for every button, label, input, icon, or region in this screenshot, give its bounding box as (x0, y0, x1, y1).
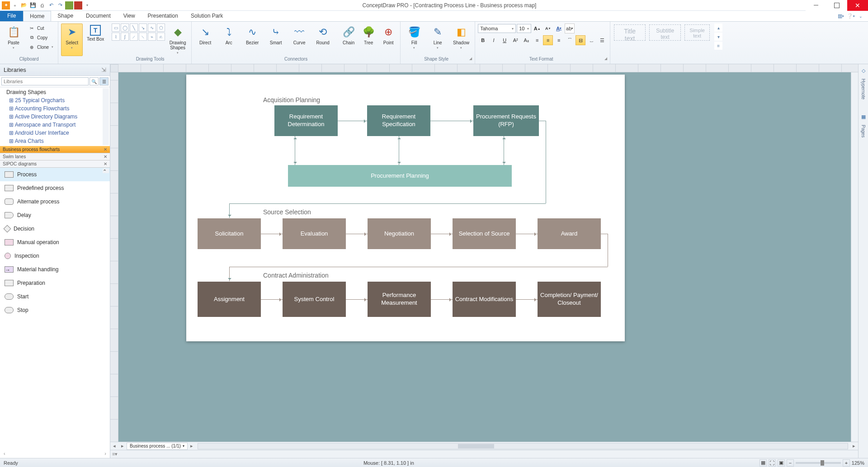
gallery-more-icon[interactable]: ≡ (714, 42, 722, 50)
scroll-right-icon[interactable]: › (104, 451, 106, 458)
shape-bezier-icon[interactable]: ∫ (121, 33, 129, 41)
lib-tab-swimlanes[interactable]: Swim lanes✕ (0, 153, 110, 160)
fontsize-combo[interactable]: 10▾ (517, 24, 531, 33)
valign-top-button[interactable]: ⎴ (565, 35, 575, 45)
node-completion[interactable]: Completion/ Payment/ Closeout (538, 282, 601, 317)
node-selection[interactable]: Selection of Source (453, 218, 516, 249)
node-assignment[interactable]: Assignment (198, 282, 261, 317)
collapse-ribbon-icon[interactable]: ⌄ (857, 13, 864, 20)
close-icon[interactable]: ✕ (104, 154, 107, 159)
list-item[interactable]: Process (0, 168, 110, 181)
valign-bottom-button[interactable]: ⎵ (586, 35, 596, 45)
ruler-horizontal[interactable] (118, 64, 858, 72)
gallery-up-icon[interactable]: ▴ (714, 24, 722, 32)
qat-print-icon[interactable]: ⎙ (38, 1, 46, 9)
superscript-button[interactable]: A² (510, 35, 520, 45)
library-tree[interactable]: Drawing Shapes ⊞ 25 Typical Orgcharts ⊞ … (0, 87, 110, 146)
shape-curve-icon[interactable]: ∿ (148, 24, 156, 32)
clone-button[interactable]: ⊕Clone▾ (26, 42, 55, 52)
shape-path3-icon[interactable]: ⌁ (148, 33, 156, 41)
tree-button[interactable]: 🌳Tree (359, 24, 377, 56)
node-requirement-specification[interactable]: Requirement Specification (367, 105, 430, 136)
connector-bezier-button[interactable]: ∿Bezier (241, 24, 263, 56)
shape-path2-icon[interactable]: ⟍ (139, 33, 147, 41)
align-center-button[interactable]: ≡ (543, 35, 553, 45)
font-combo[interactable]: Tahoma▾ (478, 24, 516, 33)
qat-undo-icon[interactable]: ↶ (47, 1, 55, 9)
ruler-vertical[interactable] (110, 72, 118, 442)
tree-item[interactable]: ⊞ Android User Interface (0, 129, 110, 137)
qat-more-icon[interactable]: ▾ (83, 1, 91, 9)
document-page[interactable]: Acquisition Planning Requirement Determi… (186, 75, 625, 341)
shadow-button[interactable]: ◧Shadow▾ (450, 24, 472, 56)
subtitle-text-placeholder[interactable]: Subtitle text (649, 24, 681, 41)
tree-item[interactable]: ⊞ Active Directory Diagrams (0, 113, 110, 121)
tree-item[interactable]: ⊞ Area Charts (0, 137, 110, 145)
highlight-button[interactable]: ab▾ (565, 24, 575, 33)
drawing-shapes-button[interactable]: ◆ Drawing Shapes ▾ (167, 24, 189, 56)
connector-round-button[interactable]: ⟲Round (312, 24, 334, 56)
list-item[interactable]: Stop (0, 303, 110, 317)
view-full-icon[interactable]: ▣ (778, 459, 785, 467)
connector-smart-button[interactable]: ⤷Smart (265, 24, 287, 56)
shape-line-icon[interactable]: ╲ (130, 24, 138, 32)
lib-tab-sipoc[interactable]: SIPOC diagrams✕ (0, 160, 110, 168)
list-item[interactable]: Decision (0, 222, 110, 236)
font-color-button[interactable]: A▾ (554, 24, 564, 33)
window-icon[interactable]: ▥▾ (837, 13, 844, 20)
close-icon[interactable]: ✕ (104, 161, 107, 166)
zoom-out-button[interactable]: − (787, 459, 794, 467)
help-icon[interactable]: ❔▾ (847, 13, 854, 20)
tab-home[interactable]: Home (23, 11, 51, 21)
document-tab[interactable]: Business process ... (1/1)▾ (127, 443, 188, 450)
view-normal-icon[interactable]: ▦ (760, 459, 767, 467)
qat-swatch2-icon[interactable] (74, 1, 82, 9)
qat-new-icon[interactable]: ▫ (11, 1, 19, 9)
textbox-button[interactable]: T Text Box (85, 24, 106, 56)
tab-document[interactable]: Document (80, 11, 117, 21)
cut-button[interactable]: ✂Cut (26, 24, 55, 33)
canvas[interactable]: Acquisition Planning Requirement Determi… (118, 72, 851, 442)
connector-direct-button[interactable]: ↘Direct (194, 24, 216, 56)
subscript-button[interactable]: A₂ (521, 35, 531, 45)
hypernote-icon[interactable]: ◇ (860, 67, 867, 74)
node-solicitation[interactable]: Solicitation (198, 218, 261, 249)
shape-path4-icon[interactable]: ⎌ (157, 33, 165, 41)
scroll-left-icon[interactable]: ‹ (4, 451, 5, 458)
rail-pages[interactable]: Pages (861, 125, 866, 137)
close-icon[interactable]: ✕ (104, 147, 107, 152)
view-fit-icon[interactable]: ⛶ (769, 459, 776, 467)
tree-header[interactable]: Drawing Shapes (0, 88, 110, 96)
node-procurement-requests[interactable]: Procurement Requests (RFP) (473, 105, 539, 136)
tree-scrollbar[interactable] (103, 88, 109, 145)
close-button[interactable]: ✕ (847, 0, 868, 11)
palette-menu-icon[interactable]: ≡▾ (112, 451, 118, 457)
lib-tab-active[interactable]: Business process flowcharts✕ (0, 146, 110, 153)
chain-button[interactable]: 🔗Chain (340, 24, 358, 56)
app-icon[interactable]: ✦ (2, 1, 10, 9)
search-button[interactable]: 🔍 (90, 77, 99, 85)
grow-font-button[interactable]: A▲ (532, 24, 542, 33)
node-system-control[interactable]: System Control (283, 282, 346, 317)
list-item[interactable]: Delay (0, 208, 110, 222)
align-right-button[interactable]: ≡ (554, 35, 564, 45)
shape-rect-icon[interactable]: ▭ (112, 24, 120, 32)
simple-text-placeholder[interactable]: Simple text (684, 24, 710, 41)
list-item[interactable]: →Material handling (0, 263, 110, 276)
valign-middle-button[interactable]: ⊟ (576, 35, 585, 45)
node-requirement-determination[interactable]: Requirement Determination (274, 105, 338, 136)
shape-poly-icon[interactable]: ⬠ (157, 24, 165, 32)
tab-file[interactable]: File (0, 11, 23, 21)
tab-presentation[interactable]: Presentation (142, 11, 184, 21)
italic-button[interactable]: I (489, 35, 499, 45)
node-negotiation[interactable]: Negotiation (368, 218, 431, 249)
node-performance[interactable]: Performance Measurement (368, 282, 431, 317)
qat-swatch1-icon[interactable] (65, 1, 73, 9)
search-list-button[interactable]: ☰ (99, 77, 108, 85)
horizontal-scrollbar[interactable] (198, 443, 848, 449)
node-modifications[interactable]: Contract Modifications (453, 282, 516, 317)
pages-icon[interactable]: ▦ (860, 113, 867, 120)
pin-icon[interactable]: ⇲ (101, 66, 106, 73)
list-item[interactable]: Preparation (0, 276, 110, 290)
justify-button[interactable]: ☰ (597, 35, 607, 45)
